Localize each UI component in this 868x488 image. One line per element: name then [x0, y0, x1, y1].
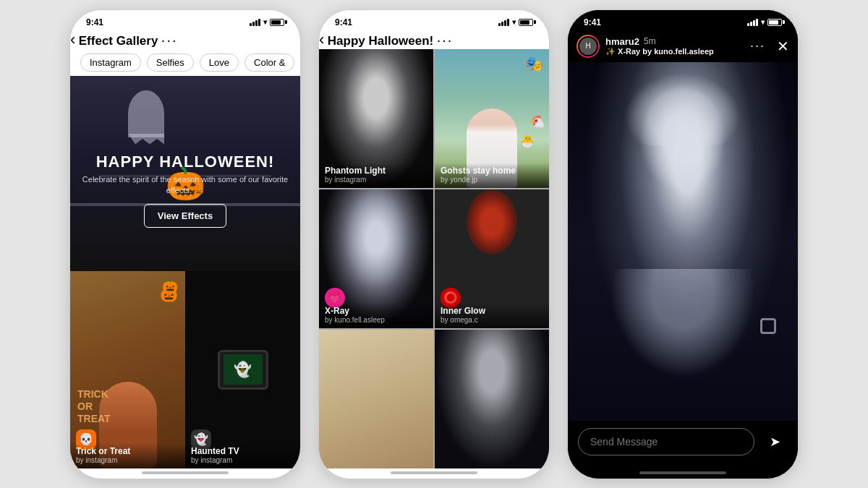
bar2	[750, 22, 752, 26]
bar1	[747, 23, 749, 26]
effect-phantom-light[interactable]: Phantom Light by instagram	[319, 49, 433, 188]
bar3	[504, 20, 506, 26]
status-icons-phone1: ▾	[250, 18, 284, 26]
inner-glow-label: Inner Glow by omega.c	[435, 303, 549, 328]
view-effects-button[interactable]: View Effects	[144, 204, 226, 228]
trick-treat-title: Trick or Treat	[76, 446, 179, 456]
xray-title: X-Ray	[325, 306, 427, 316]
effect-name: X-Ray	[618, 47, 640, 56]
effect-xray[interactable]: 💗 X-Ray by kuno.fell.asleep	[319, 189, 433, 328]
watch-detail	[760, 318, 776, 334]
bar2	[252, 22, 255, 26]
battery-fill-2	[520, 20, 529, 25]
send-message-input[interactable]	[578, 428, 754, 455]
ghosts-label: Gohsts stay home by yonde.jp	[435, 163, 549, 188]
haunted-tv-title: Haunted TV	[191, 446, 294, 456]
hero-subtitle: Celebrate the spirit of the season with …	[70, 174, 300, 197]
battery-icon	[270, 19, 284, 26]
phone-story-view: 9:41 ▾ H	[567, 9, 799, 479]
battery-icon-2	[519, 19, 533, 26]
bottom-left-image	[319, 330, 433, 468]
haunted-tv-label: Haunted TV by instagram	[185, 443, 300, 468]
more-button[interactable]: ···	[161, 32, 178, 48]
back-button-2[interactable]: ‹	[319, 30, 324, 48]
xray-head	[639, 84, 726, 192]
story-user-info: H hmaru2 5m ✨ X-Ray by kuno.fell.asleep	[576, 35, 714, 58]
tv-screen: 👻	[224, 354, 263, 385]
story-username: hmaru2	[605, 36, 639, 47]
haunted-tv-by: by instagram	[191, 456, 294, 464]
filter-tabs: Instagram Selfies Love Color &	[70, 49, 300, 76]
effect-inner-glow[interactable]: ⭕ Inner Glow by omega.c	[435, 189, 549, 328]
status-icons-phone3: ▾	[747, 18, 782, 26]
ghosts-by: by yonde.jp	[441, 176, 543, 184]
effect-by: by kuno.fell.asleep	[642, 47, 713, 56]
home-indicator-phone2	[391, 471, 477, 474]
avatar-inner: H	[578, 36, 598, 56]
haunted-tv-cell[interactable]: 👻 👻 Haunted TV by instagram	[185, 271, 300, 468]
xray-body	[610, 269, 755, 377]
bar1	[498, 23, 501, 26]
inner-glow-by: by omega.c	[441, 316, 543, 324]
home-indicator-phone3	[639, 471, 726, 474]
wifi-icon: ▾	[263, 18, 267, 26]
story-effect: ✨ X-Ray by kuno.fell.asleep	[605, 47, 714, 56]
user-details: hmaru2 5m ✨ X-Ray by kuno.fell.asleep	[605, 36, 714, 56]
send-button[interactable]: ➤	[762, 429, 788, 455]
phantom-by: by instagram	[325, 176, 427, 184]
nav-bar-phone1: ‹ Effect Gallery ···	[70, 30, 300, 49]
story-footer: ➤	[568, 421, 798, 468]
filter-color[interactable]: Color &	[244, 53, 294, 72]
wifi-icon-2: ▾	[512, 18, 516, 26]
bar4	[507, 19, 509, 26]
page-title: Effect Gallery	[79, 34, 158, 48]
tv-shape: 👻	[218, 350, 268, 390]
ghost-decoration	[128, 90, 164, 137]
bar4	[258, 19, 260, 26]
avatar-letter: H	[585, 42, 590, 50]
hero-banner: 🎃 HAPPY HALLOWEEN! Celebrate the spirit …	[70, 76, 300, 271]
status-bar-phone3: 9:41 ▾	[568, 10, 798, 30]
effect-bottom-right[interactable]	[435, 330, 549, 468]
status-icons-phone2: ▾	[498, 18, 533, 26]
back-button[interactable]: ‹	[70, 30, 75, 48]
phone-effect-gallery: 9:41 ▾ ‹ Effect Gallery ··· Ins	[69, 9, 301, 479]
xray-by: by kuno.fell.asleep	[325, 316, 427, 324]
filter-love[interactable]: Love	[200, 53, 239, 72]
status-bar-phone2: 9:41 ▾	[319, 10, 549, 30]
trick-treat-by: by instagram	[76, 456, 179, 464]
trick-or-treat-cell[interactable]: 🎃 TRICKORTREAT 💀 Trick or Treat by insta…	[70, 271, 185, 468]
tv-ghost: 👻	[234, 361, 252, 378]
bar3	[753, 20, 755, 26]
send-icon: ➤	[770, 434, 780, 450]
effect-ghosts-home[interactable]: 🎭 🐔 🐣 Gohsts stay home by yonde.jp	[435, 49, 549, 188]
battery-fill	[271, 20, 281, 25]
bar4	[756, 19, 758, 26]
story-header: H hmaru2 5m ✨ X-Ray by kuno.fell.asleep …	[568, 30, 798, 62]
inner-glow-title: Inner Glow	[441, 306, 543, 316]
story-close-button[interactable]: ✕	[777, 38, 789, 55]
filter-selfies[interactable]: Selfies	[147, 53, 194, 72]
user-avatar: H	[576, 35, 600, 58]
hero-text-block: HAPPY HALLOWEEN! Celebrate the spirit of…	[70, 153, 300, 228]
nav-bar-phone2: ‹ Happy Halloween! ···	[319, 30, 549, 49]
story-time: 5m	[644, 36, 656, 46]
bar3	[255, 20, 258, 26]
battery-fill-3	[769, 20, 778, 25]
filter-instagram[interactable]: Instagram	[80, 53, 141, 72]
signal-icon	[250, 19, 260, 26]
status-time-phone2: 9:41	[335, 17, 352, 27]
bar2	[501, 22, 503, 26]
bar1	[250, 23, 252, 26]
xray-label: X-Ray by kuno.fell.asleep	[319, 303, 433, 328]
story-actions: ··· ✕	[750, 38, 789, 55]
effect-bottom-left[interactable]	[319, 330, 433, 468]
status-time-phone1: 9:41	[86, 17, 103, 27]
story-more-button[interactable]: ···	[750, 38, 765, 53]
xray-full-image	[568, 62, 798, 421]
effects-grid: Phantom Light by instagram 🎭 🐔 🐣 Gohsts …	[319, 49, 549, 468]
story-image	[568, 62, 798, 421]
signal-icon-3	[747, 19, 758, 26]
hero-title: HAPPY HALLOWEEN!	[70, 153, 300, 171]
more-button-2[interactable]: ···	[437, 32, 454, 48]
